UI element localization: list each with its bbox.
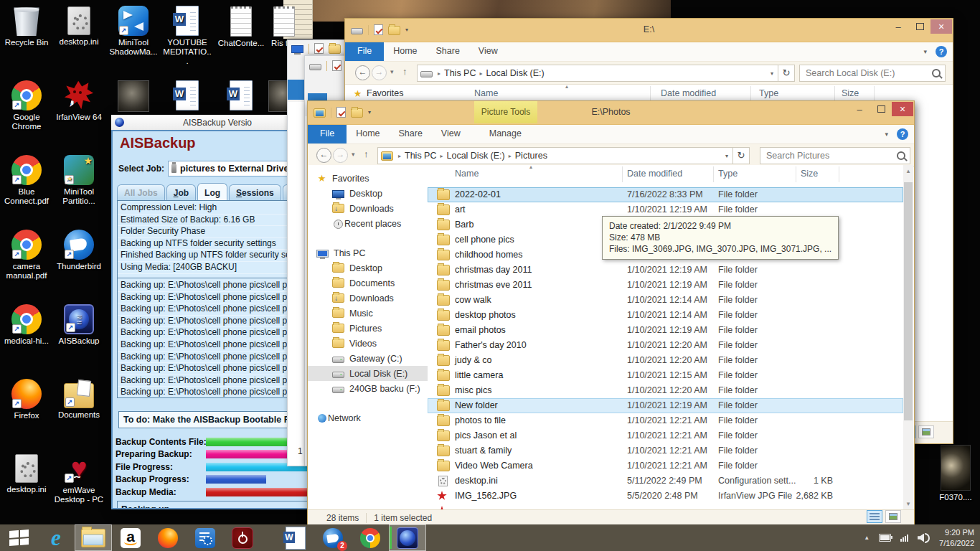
recent-locations-icon[interactable]: ▾ — [352, 151, 355, 158]
ribbon-tab-home[interactable]: Home — [384, 42, 426, 61]
taskbar-clock[interactable]: 9:20 PM 7/16/2022 — [939, 527, 974, 549]
desktop-icon-firefox[interactable]: ↗Firefox — [1, 379, 52, 420]
help-icon[interactable]: ? — [897, 128, 908, 140]
tab-log[interactable]: Log — [197, 183, 227, 200]
settings-app-taskbar-icon[interactable] — [187, 524, 224, 551]
desktop-icon-aisbackup[interactable]: ≈ ≈↗AISBackup — [54, 304, 104, 346]
up-button[interactable]: ↑ — [364, 149, 369, 159]
desktop-icon-recycle-bin[interactable]: Recycle Bin — [1, 6, 52, 47]
desktop-icon[interactable]: W — [162, 80, 212, 110]
search-input[interactable] — [804, 67, 932, 79]
aisbackup-taskbar-icon[interactable] — [389, 524, 426, 551]
minimize-button[interactable]: – — [887, 19, 909, 34]
battery-icon[interactable] — [879, 534, 891, 542]
sidebar-item-desktop[interactable]: Desktop — [308, 260, 428, 276]
sidebar-item-favorites[interactable]: ★Favorites — [308, 171, 428, 186]
search-box[interactable] — [760, 147, 910, 164]
titlebar[interactable]: ▾ E:\ – × — [345, 19, 953, 42]
scroll-up-button[interactable]: ▴ — [903, 165, 913, 177]
sidebar-item-this-pc[interactable]: This PC — [308, 245, 428, 260]
favorites-label[interactable]: Favorites — [367, 88, 403, 98]
thunderbird-taskbar-icon[interactable]: 2 — [314, 524, 352, 551]
sidebar-item-documents[interactable]: Documents — [308, 276, 428, 291]
forward-button[interactable]: → — [333, 148, 348, 163]
address-dropdown-icon[interactable]: ▾ — [768, 70, 776, 77]
column-header-date-modified[interactable]: Date modified — [661, 88, 716, 98]
breadcrumb-item[interactable]: Local Disk (E:) — [486, 68, 544, 78]
scroll-down-button[interactable]: ▾ — [903, 498, 913, 510]
internet-explorer-taskbar-icon[interactable]: e — [37, 524, 75, 551]
search-input[interactable] — [765, 150, 897, 161]
refresh-button[interactable]: ↻ — [778, 65, 795, 82]
firefox-taskbar-icon[interactable] — [149, 524, 187, 551]
close-button[interactable]: × — [892, 102, 913, 116]
ribbon-tab-share[interactable]: Share — [427, 42, 469, 61]
file-row[interactable]: cow walk1/10/2021 12:14 AMFile folder — [428, 293, 903, 308]
back-button[interactable]: ← — [355, 65, 370, 80]
tab-job[interactable]: Job — [166, 184, 196, 200]
address-dropdown-icon[interactable]: ▾ — [722, 153, 731, 159]
sidebar-item-desktop[interactable]: Desktop — [308, 186, 428, 201]
file-row[interactable]: christmas day 20111/10/2021 12:19 AMFile… — [428, 263, 903, 278]
file-row[interactable]: Video Web Camera1/10/2021 12:21 AMFile f… — [428, 458, 903, 474]
breadcrumb-item[interactable]: This PC — [444, 68, 476, 78]
file-row[interactable]: little camera1/10/2021 12:15 AMFile fold… — [428, 368, 903, 383]
log-summary-panel[interactable]: Compression Level: HighEstimated Size of… — [117, 200, 309, 279]
maximize-button[interactable] — [909, 19, 930, 34]
sidebar-item-music[interactable]: Music — [308, 306, 428, 321]
sidebar-item-gateway-c[interactable]: Gateway (C:) — [308, 351, 428, 366]
help-icon[interactable]: ? — [936, 46, 947, 57]
power-app-taskbar-icon[interactable] — [224, 524, 261, 551]
file-row[interactable]: stuart & family1/10/2021 12:21 AMFile fo… — [428, 443, 903, 458]
desktop-icon-irfanview-64[interactable]: ↗IrfanView 64 — [54, 80, 104, 122]
file-explorer-taskbar-icon[interactable] — [75, 524, 112, 551]
file-row[interactable]: desktop.ini5/11/2022 2:49 PMConfiguratio… — [428, 474, 903, 489]
column-header-size[interactable]: Size — [801, 169, 818, 179]
breadcrumb-item[interactable]: Local Disk (E:) — [446, 151, 504, 161]
desktop-icon-desktop-ini[interactable]: desktop.ini — [1, 453, 52, 494]
forward-button[interactable]: → — [372, 65, 387, 80]
scrollbar-thumb[interactable] — [904, 182, 913, 420]
desktop-icon-youtube-meditatio[interactable]: WYOUTUBE MEDITATIO... — [162, 6, 212, 67]
ribbon-tab-share[interactable]: Share — [390, 125, 432, 143]
titlebar[interactable]: ▾ Picture Tools E:\Photos – × — [308, 101, 914, 125]
ribbon-collapse-icon[interactable]: ▾ — [885, 131, 888, 138]
thumbnails-view-button[interactable] — [918, 425, 934, 438]
tab-all-jobs[interactable]: All Jobs — [117, 184, 165, 200]
chrome-taskbar-icon[interactable] — [352, 524, 389, 551]
column-header-size[interactable]: Size — [842, 88, 859, 98]
ribbon-collapse-icon[interactable]: ▾ — [923, 48, 927, 55]
ribbon-tab-manage[interactable]: Manage — [480, 125, 531, 143]
file-row[interactable]: 2022-02-017/16/2022 8:33 PMFile folder — [428, 187, 903, 202]
address-bar[interactable]: ▸This PC▸Local Disk (E:)▸Pictures ▾ — [377, 147, 735, 164]
sidebar-item-local-disk-e[interactable]: Local Disk (E:) — [308, 366, 428, 381]
thumbnails-view-button[interactable] — [885, 510, 901, 523]
breadcrumb-item[interactable]: This PC — [405, 151, 436, 161]
file-row[interactable]: email photos1/10/2021 12:19 AMFile folde… — [428, 323, 903, 338]
job-select-combo[interactable]: pictures to External Drive [2 — [168, 161, 306, 176]
maximize-button[interactable] — [870, 102, 892, 116]
desktop-icon-desktop-ini[interactable]: desktop.ini — [54, 6, 104, 47]
desktop-icon-minitool-shadowma[interactable]: ↗MiniTool ShadowMa... — [108, 6, 159, 57]
column-header-type[interactable]: Type — [759, 88, 778, 98]
ribbon-tab-view[interactable]: View — [432, 125, 470, 143]
details-view-button[interactable] — [867, 510, 882, 523]
ribbon-tab-view[interactable]: View — [469, 42, 507, 61]
aisbackup-titlebar[interactable]: AISBackup Versio — [111, 115, 311, 130]
file-row[interactable]: christmas eve 20111/10/2021 12:19 AMFile… — [428, 278, 903, 293]
file-row[interactable]: pics Jason et al1/10/2021 12:21 AMFile f… — [428, 428, 903, 443]
desktop-icon-medical-hi[interactable]: ↗medical-hi... — [1, 304, 52, 346]
ribbon-tab-file[interactable]: File — [345, 42, 384, 61]
tab-sessions[interactable]: Sessions — [229, 184, 281, 200]
start-button[interactable] — [0, 524, 37, 551]
sidebar-item-pictures[interactable]: Pictures — [308, 321, 428, 336]
desktop-icon-camera-manual-pdf[interactable]: ↗camera manual.pdf — [1, 230, 52, 281]
file-row[interactable]: judy & co1/10/2021 12:20 AMFile folder — [428, 353, 903, 368]
log-backing-panel[interactable]: Backing up: E:\Photos\cell phone pics\ce… — [117, 278, 309, 398]
close-button[interactable]: × — [930, 19, 952, 34]
file-row[interactable]: desktop photos1/10/2021 12:14 AMFile fol… — [428, 308, 903, 323]
network-signal-icon[interactable] — [900, 534, 908, 542]
vertical-scrollbar[interactable]: ▴ ▾ — [903, 165, 913, 510]
desktop-icon-minitool-partitio[interactable]: ↗MiniTool Partitio... — [54, 155, 104, 206]
file-row[interactable]: New folder1/10/2021 12:19 AMFile folder — [428, 398, 903, 413]
